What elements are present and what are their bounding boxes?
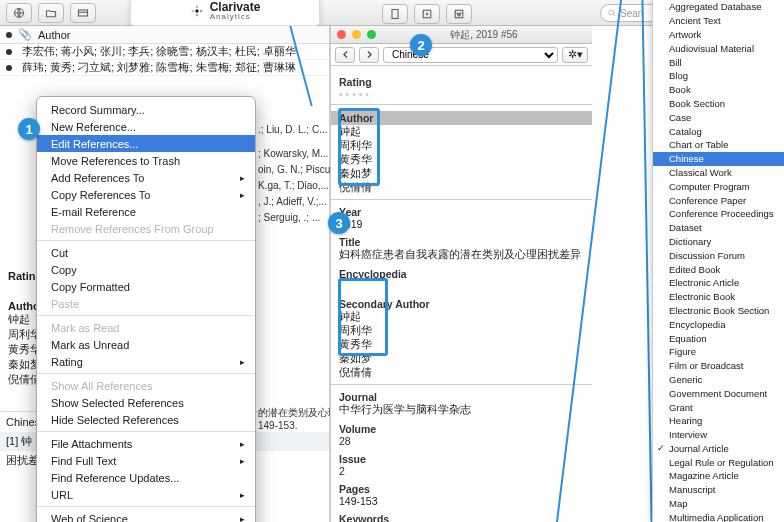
menu-item[interactable]: Rating bbox=[37, 353, 255, 370]
word-button[interactable] bbox=[446, 4, 472, 24]
secauthor-value[interactable]: 钟起 bbox=[339, 310, 584, 324]
title-value[interactable]: 妇科癌症患者自我表露的潜在类别及心理困扰差异 bbox=[339, 248, 584, 262]
zoom-icon[interactable] bbox=[367, 30, 376, 39]
reftype-option[interactable]: Case bbox=[653, 110, 784, 124]
reftype-option[interactable]: Aggregated Database bbox=[653, 0, 784, 14]
reftype-option[interactable]: Map bbox=[653, 497, 784, 511]
menu-item[interactable]: Find Reference Updates... bbox=[37, 469, 255, 486]
author-value[interactable]: 倪倩倩 bbox=[339, 181, 584, 195]
list-header[interactable]: 📎 Author bbox=[0, 26, 329, 44]
menu-item[interactable]: Copy Formatted bbox=[37, 278, 255, 295]
menu-item[interactable]: E-mail Reference bbox=[37, 203, 255, 220]
issue-header: Issue bbox=[339, 453, 584, 465]
list-row[interactable]: 李宏伟; 蒋小风; 张川; 李兵; 徐晓雪; 杨汉丰; 杜民; 卓丽华 bbox=[0, 44, 329, 60]
year-value[interactable]: 2019 bbox=[339, 218, 584, 230]
menu-item[interactable]: Move References to Trash bbox=[37, 152, 255, 169]
reftype-option[interactable]: Book Section bbox=[653, 97, 784, 111]
reftype-option[interactable]: Manuscript bbox=[653, 483, 784, 497]
reftype-option[interactable]: Electronic Book bbox=[653, 290, 784, 304]
reftype-option[interactable]: Dictionary bbox=[653, 235, 784, 249]
menu-item[interactable]: File Attachments bbox=[37, 435, 255, 452]
reftype-option[interactable]: Legal Rule or Regulation bbox=[653, 455, 784, 469]
author-value[interactable]: 周利华 bbox=[339, 139, 584, 153]
search-input[interactable]: Sear bbox=[600, 4, 660, 22]
secauthor-value[interactable]: 周利华 bbox=[339, 324, 584, 338]
reftype-option[interactable]: Audiovisual Material bbox=[653, 41, 784, 55]
reftype-option[interactable]: Figure bbox=[653, 345, 784, 359]
doc-button[interactable] bbox=[382, 4, 408, 24]
menu-item: Mark as Read bbox=[37, 319, 255, 336]
journal-value[interactable]: 中华行为医学与脑科学杂志 bbox=[339, 403, 584, 417]
options-button[interactable]: ✲▾ bbox=[562, 47, 588, 63]
menu-item[interactable]: Hide Selected References bbox=[37, 411, 255, 428]
reftype-option[interactable]: Dataset bbox=[653, 221, 784, 235]
secauthor-value[interactable]: 倪倩倩 bbox=[339, 366, 584, 380]
list-row[interactable]: 薛玮; 黄秀; 刁立斌; 刘梦雅; 陈雪梅; 朱雪梅; 郑征; 曹琳琳 bbox=[0, 60, 329, 76]
rating-stars[interactable]: • • • • • bbox=[339, 88, 584, 100]
reftype-option[interactable]: Ancient Text bbox=[653, 14, 784, 28]
reftype-option[interactable]: Catalog bbox=[653, 124, 784, 138]
reftype-option[interactable]: Discussion Forum bbox=[653, 248, 784, 262]
menu-item[interactable]: URL bbox=[37, 486, 255, 503]
reftype-option[interactable]: Journal Article bbox=[653, 442, 784, 456]
menu-item[interactable]: Record Summary... bbox=[37, 101, 255, 118]
menu-item[interactable]: Copy bbox=[37, 261, 255, 278]
globe-button[interactable] bbox=[6, 3, 32, 23]
menu-item[interactable]: Add References To bbox=[37, 169, 255, 186]
volume-value[interactable]: 28 bbox=[339, 435, 584, 447]
reftype-option[interactable]: Blog bbox=[653, 69, 784, 83]
menu-item[interactable]: Mark as Unread bbox=[37, 336, 255, 353]
svg-rect-1 bbox=[79, 10, 88, 16]
reftype-option[interactable]: Film or Broadcast bbox=[653, 359, 784, 373]
secondary-author-header: Secondary Author bbox=[339, 298, 584, 310]
issue-value[interactable]: 2 bbox=[339, 465, 584, 477]
secauthor-value[interactable]: 黄秀华 bbox=[339, 338, 584, 352]
prev-button[interactable] bbox=[335, 47, 355, 63]
menu-item[interactable]: Show Selected References bbox=[37, 394, 255, 411]
menu-item[interactable]: Web of Science bbox=[37, 510, 255, 522]
menu-item[interactable]: Copy References To bbox=[37, 186, 255, 203]
annotation-callout-1: 1 bbox=[18, 118, 40, 140]
reftype-option[interactable]: Government Document bbox=[653, 386, 784, 400]
reftype-option[interactable]: Magazine Article bbox=[653, 469, 784, 483]
folder-button[interactable] bbox=[38, 3, 64, 23]
reftype-option[interactable]: Computer Program bbox=[653, 179, 784, 193]
reftype-option[interactable]: Electronic Article bbox=[653, 276, 784, 290]
reftype-option[interactable]: Conference Paper bbox=[653, 193, 784, 207]
menu-item[interactable]: Find Full Text bbox=[37, 452, 255, 469]
reftype-option[interactable]: Bill bbox=[653, 55, 784, 69]
reftype-option[interactable]: Multimedia Application bbox=[653, 510, 784, 522]
export-button[interactable] bbox=[414, 4, 440, 24]
reftype-option[interactable]: Equation bbox=[653, 331, 784, 345]
author-value[interactable]: 黄秀华 bbox=[339, 153, 584, 167]
secauthor-value[interactable]: 秦如梦 bbox=[339, 352, 584, 366]
reftype-option[interactable]: Artwork bbox=[653, 28, 784, 42]
reftype-option[interactable]: Classical Work bbox=[653, 166, 784, 180]
reftype-option[interactable]: Edited Book bbox=[653, 262, 784, 276]
pages-value[interactable]: 149-153 bbox=[339, 495, 584, 507]
reftype-option[interactable]: Generic bbox=[653, 373, 784, 387]
minimize-icon[interactable] bbox=[352, 30, 361, 39]
reftype-option[interactable]: Encyclopedia bbox=[653, 317, 784, 331]
card-button[interactable] bbox=[70, 3, 96, 23]
author-value[interactable]: 钟起 bbox=[339, 125, 584, 139]
reftype-option[interactable]: Electronic Book Section bbox=[653, 304, 784, 318]
reftype-option[interactable]: Conference Proceedings bbox=[653, 207, 784, 221]
reference-type-select[interactable]: Chinese bbox=[383, 47, 558, 63]
reftype-option[interactable]: Interview bbox=[653, 428, 784, 442]
next-button[interactable] bbox=[359, 47, 379, 63]
menu-item[interactable]: Cut bbox=[37, 244, 255, 261]
reftype-option[interactable]: Chart or Table bbox=[653, 138, 784, 152]
reftype-option[interactable]: Hearing bbox=[653, 414, 784, 428]
close-icon[interactable] bbox=[337, 30, 346, 39]
reftype-option[interactable]: Book bbox=[653, 83, 784, 97]
reference-type-dropdown: Aggregated DatabaseAncient TextArtworkAu… bbox=[652, 0, 784, 522]
author-header: Author bbox=[331, 111, 592, 125]
menu-item[interactable]: New Reference... bbox=[37, 118, 255, 135]
reftype-option[interactable]: Chinese bbox=[653, 152, 784, 166]
menu-item[interactable]: Edit References... bbox=[37, 135, 255, 152]
reftype-option[interactable]: Grant bbox=[653, 400, 784, 414]
pages-header: Pages bbox=[339, 483, 584, 495]
brand-badge: ClarivateAnalytics bbox=[130, 0, 320, 26]
author-value[interactable]: 秦如梦 bbox=[339, 167, 584, 181]
